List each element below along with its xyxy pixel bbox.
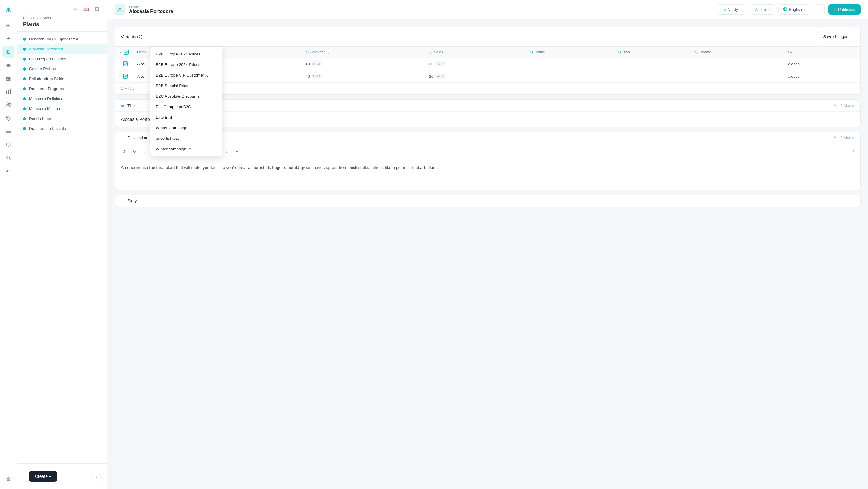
sidebar-icon-search2[interactable] [2,152,14,164]
american-col-menu[interactable]: ⋮ [327,50,330,54]
product-label: Product [129,5,173,9]
edit-icon[interactable]: ✏ [71,5,79,13]
dropdown-item-b2b-special[interactable]: B2B Special Price [150,80,222,91]
dropdown-item-b2b-europe-1[interactable]: B2B Europe 2024 Prices [150,49,222,59]
editor-more-button[interactable]: ⋮ [851,149,856,154]
row1-toronto[interactable] [690,58,784,70]
plant-item-dracaena-trifasciata[interactable]: Dracaena Trifasciata [17,124,107,133]
row2-num: 2 [115,70,133,83]
row1-checkbox[interactable] [123,62,128,66]
product-name: Alocasia Portodora [129,9,173,14]
col-header-sku: Sku [784,47,861,58]
back-button[interactable]: ← [23,5,28,11]
row2-checkbox[interactable] [123,74,128,79]
row1-oslo[interactable] [613,58,690,70]
tax-button[interactable]: Tax ↓ [750,4,775,15]
create-button[interactable]: Create + [29,471,57,482]
sidebar-icon-settings[interactable]: ⚙ [2,473,14,485]
row2-sales[interactable]: 20 EUR [425,70,526,83]
row1-online[interactable] [525,58,613,70]
tax-label: Tax [761,7,767,12]
published-button[interactable]: ✓ Published [828,4,861,15]
story-section: Story [115,195,861,207]
image-icon[interactable]: 🖼 [93,5,101,13]
redo-button[interactable]: ↻ [130,147,139,156]
plant-item-golden-pothos[interactable]: Golden Pothos [17,64,107,74]
dropdown-item-b2c-absolute[interactable]: B2C Absolute Discounts [150,91,222,101]
product-info: Product Alocasia Portodora [115,4,173,15]
more-options-button[interactable]: ⋮ [814,4,825,15]
sidebar-icon-shapes[interactable]: ◈ [2,59,14,71]
sidebar-icon-grid[interactable]: ⊞ [2,19,14,31]
col-header-oslo: Oslo [613,47,690,58]
row1-sku[interactable]: alocasi [784,58,861,70]
sidebar-icon-az[interactable]: AZ [2,165,14,177]
description-content[interactable]: An enormous structural plant that will m… [115,159,861,190]
plant-dot [23,77,26,80]
sidebar-icon-list[interactable] [2,125,14,137]
plant-item-monstera-deliciosa[interactable]: Monstera Deliciosa [17,94,107,104]
table-row: 2 Aloc 35 [115,70,861,83]
logo [2,4,14,16]
tax-chevron: ↓ [769,7,771,12]
undo-button[interactable]: ↺ [120,147,129,156]
plant-item-dracaena-fragrans[interactable]: Dracaena Fragrans [17,84,107,94]
row2-sku[interactable]: alocasi [784,70,861,83]
sidebar-icon-grid2[interactable]: ▦ [2,72,14,84]
add-button[interactable]: + [232,147,241,156]
plant-item-dendrobium[interactable]: Dendrobium [17,113,107,124]
plant-item-monstera-minima[interactable]: Monstera Minima [17,104,107,113]
save-changes-button[interactable]: Save changes [817,31,855,42]
dropdown-item-winter-b2c[interactable]: Winter campaign B2C [150,144,222,154]
dropdown-item-late-bird[interactable]: Late Bird [150,112,222,123]
english-button[interactable]: English ↓ [778,4,810,15]
add-variant-button[interactable]: + A... [125,86,134,91]
english-chevron: ↓ [804,7,806,12]
sidebar-icon-chart[interactable] [2,86,14,98]
svg-point-17 [430,51,432,53]
story-label: Story [121,199,136,203]
price-list-dropdown[interactable]: B2B Europe 2024 Prices B2B Europe 2024 P… [150,47,222,156]
nerdy-button[interactable]: Nerdy ↓ [717,4,746,15]
row2-oslo[interactable] [613,70,690,83]
table-row: 1 Aloc 35 [115,58,861,70]
dropdown-item-price-list-test[interactable]: price-list-test [150,133,222,144]
plant-dot [23,117,26,120]
plant-dot [23,67,26,70]
dropdown-item-b2b-vip[interactable]: B2B Europe VIP Customer X [150,70,222,80]
sales-col-menu[interactable]: ⋮ [444,50,448,54]
english-label: English [789,7,802,12]
nav-title: Plants [23,22,101,28]
title-label: Title [121,103,135,108]
description-section-header: Description Min 0 Max ∞ [115,132,861,144]
title-section-header: Title Min 0 Max ∞ [115,100,861,112]
format-down-button[interactable]: ↓ [222,147,231,156]
sidebar-icon-puzzle[interactable]: ⬡ [2,139,14,151]
row1-sales[interactable]: 20 EUR [425,58,526,70]
link-icon [721,7,726,12]
collapse-nav-button[interactable]: ‹ [91,471,101,481]
select-all-checkbox[interactable] [124,50,129,55]
title-content[interactable]: Alocasia Portodora [115,112,861,127]
plant-list: Dendrobium (AI) generated Alocasia Porto… [17,32,107,463]
sidebar-icon-people[interactable] [2,99,14,111]
sidebar-icon-sparkle[interactable]: ✦ [2,33,14,44]
row1-american[interactable]: 40 USD [301,58,425,70]
row2-american[interactable]: 40 USD [301,70,425,83]
plant-dot [23,58,26,61]
row2-online[interactable] [525,70,613,83]
plant-item-pilea[interactable]: Pilea Peperomioides [17,54,107,64]
sidebar-icon-layers[interactable]: ⧉ [2,46,14,58]
dropdown-item-winter-campaign[interactable]: Winter Campaign [150,123,222,133]
dropdown-item-fall-campaign[interactable]: Fall Campaign B2C [150,101,222,112]
dropdown-item-b2b-europe-2[interactable]: B2B Europe 2024 Prices [150,59,222,70]
align-button[interactable]: ≡ [140,147,149,156]
plant-dot [23,97,26,100]
plant-item-dendrobium-ai[interactable]: Dendrobium (AI) generated [17,34,107,44]
row2-toronto[interactable] [690,70,784,83]
plant-item-alocasia[interactable]: Alocasia Portodora [17,44,107,54]
sidebar-icon-tag[interactable] [2,112,14,124]
sort-icon: ▲ [119,50,123,54]
book-icon[interactable]: 📖 [82,5,90,13]
plant-item-philodendron[interactable]: Philodendron Birkin [17,74,107,84]
